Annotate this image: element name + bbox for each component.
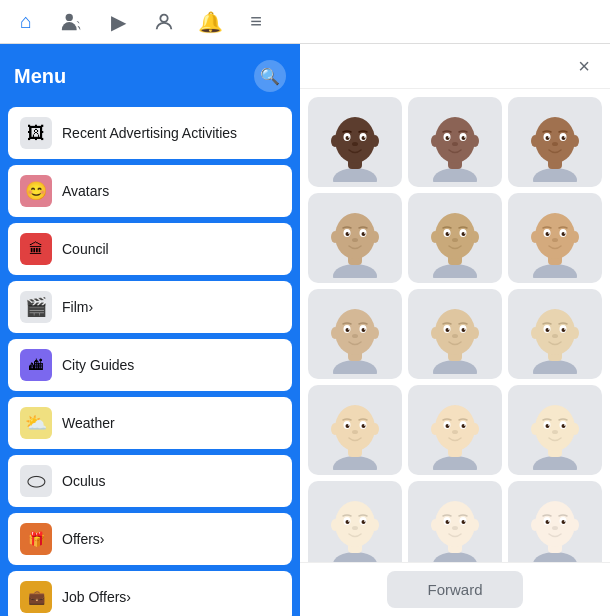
people-icon[interactable] bbox=[58, 8, 86, 36]
avatar-cell[interactable] bbox=[408, 481, 502, 562]
svg-point-12 bbox=[364, 136, 365, 137]
svg-point-11 bbox=[348, 136, 349, 137]
forward-button[interactable]: Forward bbox=[387, 571, 522, 608]
menu-item-label: Film› bbox=[62, 299, 93, 315]
search-icon[interactable]: 🔍 bbox=[254, 60, 286, 92]
svg-point-136 bbox=[535, 405, 575, 451]
svg-point-84 bbox=[364, 328, 365, 329]
svg-point-53 bbox=[431, 231, 439, 243]
svg-point-97 bbox=[452, 334, 458, 338]
svg-point-35 bbox=[548, 136, 549, 137]
menu-item-weather[interactable]: ⛅ Weather bbox=[8, 397, 292, 449]
menu-item-label: City Guides bbox=[62, 357, 134, 373]
menu-item-recent-advertising[interactable]: 🖼 Recent Advertising Activities bbox=[8, 107, 292, 159]
sidebar-header: Menu 🔍 bbox=[0, 52, 300, 104]
svg-point-83 bbox=[348, 328, 349, 329]
svg-point-59 bbox=[448, 232, 449, 233]
avatar-cell[interactable] bbox=[508, 481, 602, 562]
svg-point-167 bbox=[448, 520, 449, 521]
svg-point-155 bbox=[348, 520, 349, 521]
avatar-cell[interactable] bbox=[508, 97, 602, 187]
svg-point-2 bbox=[333, 168, 377, 182]
svg-point-134 bbox=[533, 456, 577, 470]
svg-point-146 bbox=[333, 552, 377, 562]
svg-point-25 bbox=[452, 142, 458, 146]
close-button[interactable]: × bbox=[570, 52, 598, 80]
svg-point-121 bbox=[352, 430, 358, 434]
svg-point-169 bbox=[452, 526, 458, 530]
svg-point-6 bbox=[371, 135, 379, 147]
svg-point-72 bbox=[564, 232, 565, 233]
svg-point-112 bbox=[335, 405, 375, 451]
bell-icon[interactable]: 🔔 bbox=[196, 8, 224, 36]
svg-point-73 bbox=[552, 238, 558, 242]
oculus-icon: ⬭ bbox=[20, 465, 52, 497]
job-offers-icon: 💼 bbox=[20, 581, 52, 613]
avatar-cell[interactable] bbox=[508, 289, 602, 379]
svg-point-50 bbox=[433, 264, 477, 278]
svg-point-78 bbox=[371, 327, 379, 339]
menu-item-job-offers[interactable]: 💼 Job Offers› bbox=[8, 571, 292, 616]
menu-icon[interactable]: ≡ bbox=[242, 8, 270, 36]
svg-point-168 bbox=[464, 520, 465, 521]
avatar-cell[interactable] bbox=[408, 193, 502, 283]
forward-bar: Forward bbox=[300, 562, 610, 616]
menu-item-offers[interactable]: 🎁 Offers› bbox=[8, 513, 292, 565]
svg-point-54 bbox=[471, 231, 479, 243]
avatar-cell[interactable] bbox=[308, 481, 402, 562]
svg-point-29 bbox=[531, 135, 539, 147]
menu-item-film[interactable]: 🎬 Film› bbox=[8, 281, 292, 333]
avatars-icon: 😊 bbox=[20, 175, 52, 207]
svg-point-107 bbox=[548, 328, 549, 329]
svg-point-148 bbox=[335, 501, 375, 547]
svg-point-172 bbox=[535, 501, 575, 547]
svg-point-109 bbox=[552, 334, 558, 338]
svg-point-85 bbox=[352, 334, 358, 338]
svg-point-16 bbox=[435, 117, 475, 163]
avatar-cell[interactable] bbox=[508, 193, 602, 283]
svg-point-86 bbox=[433, 360, 477, 374]
sidebar-title: Menu bbox=[14, 65, 66, 88]
video-icon[interactable]: ▶ bbox=[104, 8, 132, 36]
svg-point-38 bbox=[333, 264, 377, 278]
svg-point-96 bbox=[464, 328, 465, 329]
offers-icon: 🎁 bbox=[20, 523, 52, 555]
svg-point-14 bbox=[433, 168, 477, 182]
svg-point-181 bbox=[552, 526, 558, 530]
avatar-cell[interactable] bbox=[308, 385, 402, 475]
svg-point-61 bbox=[452, 238, 458, 242]
home-icon[interactable]: ⌂ bbox=[12, 8, 40, 36]
sidebar: Menu 🔍 🖼 Recent Advertising Activities 😊… bbox=[0, 44, 300, 616]
svg-point-101 bbox=[531, 327, 539, 339]
film-icon: 🎬 bbox=[20, 291, 52, 323]
svg-point-62 bbox=[533, 264, 577, 278]
avatar-cell[interactable] bbox=[408, 385, 502, 475]
menu-item-avatars[interactable]: 😊 Avatars bbox=[8, 165, 292, 217]
profile-icon[interactable] bbox=[150, 8, 178, 36]
svg-point-17 bbox=[431, 135, 439, 147]
avatar-cell[interactable] bbox=[308, 289, 402, 379]
svg-point-23 bbox=[448, 136, 449, 137]
svg-point-89 bbox=[431, 327, 439, 339]
avatar-cell[interactable] bbox=[408, 97, 502, 187]
svg-point-124 bbox=[435, 405, 475, 451]
svg-point-138 bbox=[571, 423, 579, 435]
svg-point-137 bbox=[531, 423, 539, 435]
avatar-cell[interactable] bbox=[308, 193, 402, 283]
menu-item-label: Council bbox=[62, 241, 109, 257]
svg-point-49 bbox=[352, 238, 358, 242]
menu-item-council[interactable]: 🏛 Council bbox=[8, 223, 292, 275]
avatar-cell[interactable] bbox=[508, 385, 602, 475]
svg-point-36 bbox=[564, 136, 565, 137]
avatar-cell[interactable] bbox=[408, 289, 502, 379]
svg-point-108 bbox=[564, 328, 565, 329]
svg-point-179 bbox=[548, 520, 549, 521]
avatar-cell[interactable] bbox=[308, 97, 402, 187]
svg-point-76 bbox=[335, 309, 375, 355]
svg-point-40 bbox=[335, 213, 375, 259]
svg-point-74 bbox=[333, 360, 377, 374]
svg-point-113 bbox=[331, 423, 339, 435]
svg-point-170 bbox=[533, 552, 577, 562]
menu-item-oculus[interactable]: ⬭ Oculus bbox=[8, 455, 292, 507]
menu-item-city-guides[interactable]: 🏙 City Guides bbox=[8, 339, 292, 391]
